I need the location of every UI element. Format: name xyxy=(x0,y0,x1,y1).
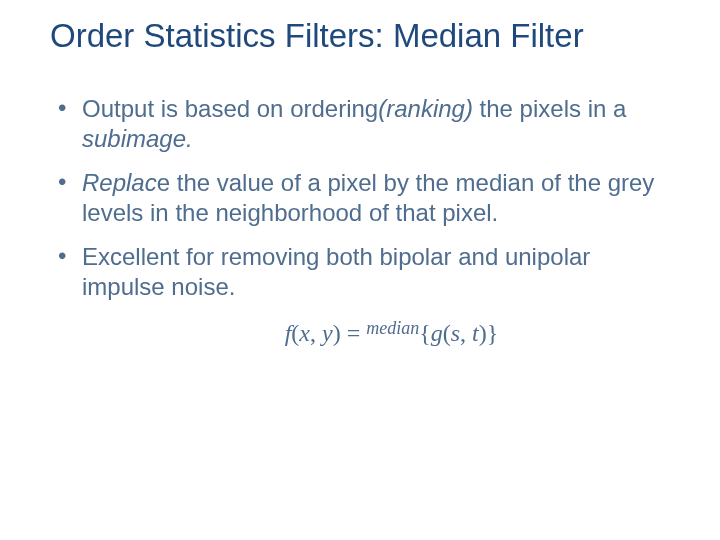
formula-y: y xyxy=(322,320,333,346)
formula-g: g xyxy=(431,320,443,346)
formula-comma2: , xyxy=(460,320,472,346)
slide-title: Order Statistics Filters: Median Filter xyxy=(48,18,675,54)
bullet-1-ital: (ranking) xyxy=(378,95,479,122)
bullet-2-ital: Replac xyxy=(82,169,157,196)
formula-comma1: , xyxy=(310,320,322,346)
formula-s: s xyxy=(451,320,460,346)
bullet-1: Output is based on ordering(ranking) the… xyxy=(58,94,675,154)
formula-x: x xyxy=(299,320,310,346)
slide-container: Order Statistics Filters: Median Filter … xyxy=(0,0,720,540)
bullet-1-ital2: subimage. xyxy=(82,125,193,152)
formula-close1: ) xyxy=(333,320,341,346)
bullet-list: Output is based on ordering(ranking) the… xyxy=(48,94,675,302)
bullet-3: Excellent for removing both bipolar and … xyxy=(58,242,675,302)
bullet-1-post1: the pixels in a xyxy=(480,95,627,122)
formula-median: median xyxy=(366,318,419,338)
formula-rbrace: } xyxy=(487,320,499,346)
formula-lbrace: { xyxy=(419,320,431,346)
formula-eq: = xyxy=(341,320,367,346)
formula-close2: ) xyxy=(479,320,487,346)
formula: f(x, y) = median{g(s, t)} xyxy=(48,316,675,347)
formula-t: t xyxy=(472,320,479,346)
bullet-1-pre: Output is based on ordering xyxy=(82,95,378,122)
formula-open2: ( xyxy=(443,320,451,346)
bullet-2-post: e the value of a pixel by the median of … xyxy=(82,169,654,226)
bullet-3-text: Excellent for removing both bipolar and … xyxy=(82,243,590,300)
bullet-2: Replace the value of a pixel by the medi… xyxy=(58,168,675,228)
